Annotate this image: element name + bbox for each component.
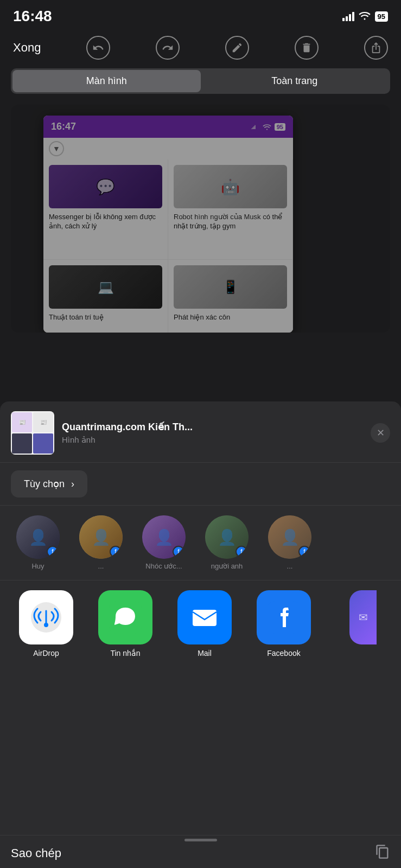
facebook-icon [257, 590, 311, 644]
contact-badge: f [47, 546, 59, 558]
status-time: 16:48 [13, 8, 52, 25]
segment-fullpage[interactable]: Toàn trang [201, 70, 389, 92]
segment-control: Màn hình Toàn trang [11, 68, 390, 94]
contact-avatar: 👤 f [205, 515, 249, 559]
app-label-airdrop: AirDrop [33, 649, 59, 658]
share-header: 📰 📰 Quantrimang.com Kiến Th... Hình ảnh … [0, 401, 401, 463]
share-close-button[interactable]: ✕ [371, 423, 390, 443]
copy-icon [375, 844, 390, 863]
app-item-partial[interactable]: ✉ [328, 590, 390, 658]
messages-icon [98, 590, 152, 644]
signal-icon [342, 11, 354, 21]
done-button[interactable]: Xong [13, 41, 41, 55]
contact-badge: f [298, 546, 310, 558]
share-button[interactable] [364, 36, 388, 60]
share-thumbnail: 📰 📰 [11, 411, 54, 455]
partial-app-icon: ✉ [349, 590, 377, 644]
status-bar: 16:48 95 [0, 0, 401, 30]
trash-button[interactable] [295, 36, 319, 60]
app-label-facebook: Facebook [267, 649, 300, 658]
options-button[interactable]: Tùy chọn › [11, 470, 87, 497]
contact-avatar: 👤 f [268, 515, 311, 559]
contact-name: người anh [211, 562, 243, 570]
contact-item[interactable]: 👤 f ... [74, 515, 128, 570]
toolbar: Xong [0, 30, 401, 68]
contacts-row: 👤 f Huy 👤 f ... 👤 f Nhóc ước... [11, 515, 390, 570]
wifi-icon [359, 10, 371, 23]
app-item-messages[interactable]: Tin nhắn [90, 590, 161, 658]
contact-badge: f [173, 546, 184, 558]
bottom-bar: Sao chép [0, 835, 401, 868]
app-item-mail[interactable]: Mail [169, 590, 240, 658]
contact-item[interactable]: 👤 f Huy [11, 515, 65, 570]
app-label-messages: Tin nhắn [110, 649, 140, 658]
app-item-facebook[interactable]: Facebook [249, 590, 319, 658]
contact-item[interactable]: 👤 f ... [263, 515, 317, 570]
share-sheet: 📰 📰 Quantrimang.com Kiến Th... Hình ảnh … [0, 401, 401, 868]
contact-name: ... [287, 562, 293, 570]
contact-name: Huy [31, 562, 44, 570]
segment-screen[interactable]: Màn hình [12, 70, 201, 92]
preview-area: 16:47 95 ▼ 💬 Messenger bị lỗi không xem [11, 105, 390, 333]
home-handle [184, 839, 217, 841]
contact-name: Nhóc ước... [145, 562, 182, 570]
share-title: Quantrimang.com Kiến Th... [62, 421, 363, 433]
status-icons: 95 [342, 10, 388, 23]
app-label-mail: Mail [198, 649, 212, 658]
undo-button[interactable] [86, 36, 110, 60]
copy-label: Sao chép [11, 846, 61, 860]
contact-avatar: 👤 f [142, 515, 186, 559]
share-subtitle: Hình ảnh [62, 435, 363, 445]
apps-section: AirDrop Tin nhắn [0, 580, 401, 671]
svg-rect-4 [193, 610, 217, 626]
contact-badge: f [110, 546, 122, 558]
app-item-airdrop[interactable]: AirDrop [11, 590, 81, 658]
chevron-right-icon: › [71, 478, 74, 490]
mail-icon [177, 590, 232, 644]
contacts-section: 👤 f Huy 👤 f ... 👤 f Nhóc ước... [0, 506, 401, 580]
contact-avatar: 👤 f [79, 515, 123, 559]
contact-name: ... [98, 562, 104, 570]
redo-button[interactable] [156, 36, 180, 60]
battery-indicator: 95 [375, 11, 388, 22]
contact-avatar: 👤 f [16, 515, 60, 559]
share-info: Quantrimang.com Kiến Th... Hình ảnh [62, 421, 363, 445]
contact-item[interactable]: 👤 f người anh [200, 515, 254, 570]
contact-item[interactable]: 👤 f Nhóc ước... [137, 515, 191, 570]
pen-button[interactable] [225, 36, 249, 60]
options-label: Tùy chọn [24, 478, 65, 490]
options-row: Tùy chọn › [0, 463, 401, 506]
apps-row: AirDrop Tin nhắn [11, 590, 390, 658]
svg-point-1 [44, 623, 48, 627]
contact-badge: f [235, 546, 247, 558]
airdrop-icon [19, 590, 73, 644]
